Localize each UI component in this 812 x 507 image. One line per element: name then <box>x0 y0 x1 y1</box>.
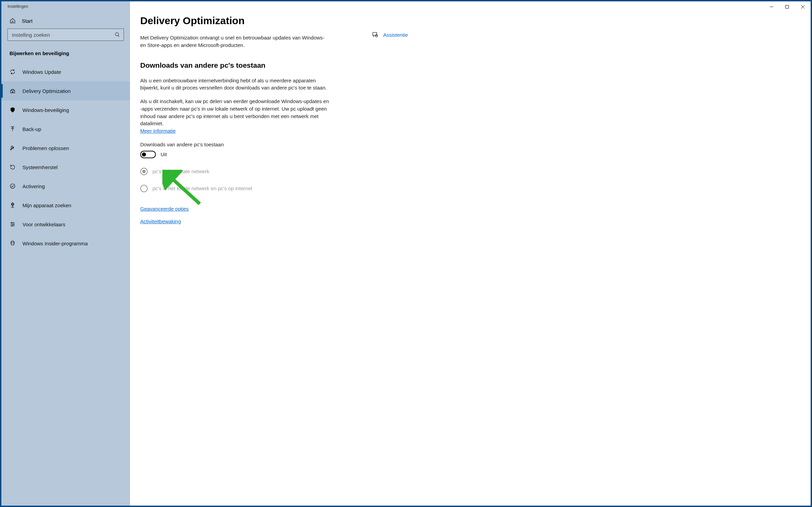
sidebar-item-find-my-device[interactable]: Mijn apparaat zoeken <box>1 196 130 215</box>
sidebar-item-label: Back-up <box>22 126 41 132</box>
help-label: Assistentie <box>383 32 408 38</box>
svg-point-17 <box>12 225 13 226</box>
sidebar-item-troubleshoot[interactable]: Problemen oplossen <box>1 138 130 158</box>
sidebar-item-label: Systeemherstel <box>22 164 58 170</box>
svg-point-11 <box>12 203 14 205</box>
radio-local-network[interactable]: pc's in het lokale netwerk <box>140 168 331 175</box>
backup-icon <box>10 126 16 132</box>
svg-point-16 <box>13 224 14 225</box>
help-icon: ? <box>372 31 378 38</box>
svg-point-19 <box>12 243 12 243</box>
sidebar-item-for-developers[interactable]: Voor ontwikkelaars <box>1 215 130 234</box>
wrench-icon <box>10 145 16 151</box>
radio-label: pc's in het lokale netwerk <box>152 168 209 174</box>
radio-label: pc's in het lokale netwerk en pc's op in… <box>152 185 252 191</box>
sidebar-item-windows-insider[interactable]: Windows Insider-programma <box>1 234 130 253</box>
main-panel: Delivery Optimization Met Delivery Optim… <box>130 1 811 506</box>
content-area: Start Bijwerken en beveiliging Windows U… <box>1 1 811 506</box>
sidebar: Start Bijwerken en beveiliging Windows U… <box>1 1 130 506</box>
app-title: Instellingen <box>7 4 28 9</box>
allow-downloads-toggle[interactable] <box>140 151 156 158</box>
check-circle-icon <box>10 183 16 189</box>
get-help-link[interactable]: ? Assistentie <box>372 31 408 38</box>
toggle-row: Uit <box>140 151 331 158</box>
svg-rect-1 <box>786 5 789 9</box>
sync-icon <box>10 69 16 75</box>
sidebar-item-label: Delivery Optimization <box>22 88 71 94</box>
sidebar-item-label: Windows Insider-programma <box>22 241 88 246</box>
svg-line-5 <box>118 35 119 36</box>
svg-point-10 <box>10 184 15 189</box>
category-heading: Bijwerken en beveiliging <box>1 47 130 62</box>
search-icon <box>115 32 120 37</box>
sidebar-item-activation[interactable]: Activering <box>1 177 130 196</box>
search-box[interactable] <box>7 29 124 41</box>
sidebar-item-delivery-optimization[interactable]: Delivery Optimization <box>1 81 130 100</box>
home-link[interactable]: Start <box>1 14 130 29</box>
more-info-link[interactable]: Meer informatie <box>140 128 176 134</box>
svg-point-18 <box>11 241 15 245</box>
sidebar-item-label: Problemen oplossen <box>22 145 69 151</box>
paragraph-1: Als u een onbetrouwbare internetverbindi… <box>140 77 331 92</box>
home-label: Start <box>22 18 33 24</box>
sidebar-item-label: Windows-beveiliging <box>22 107 69 113</box>
recovery-icon <box>10 164 16 170</box>
sidebar-item-windows-security[interactable]: Windows-beveiliging <box>1 100 130 119</box>
home-icon <box>10 18 16 24</box>
nav-list: Windows Update Delivery Optimization Win… <box>1 62 130 253</box>
activity-monitor-link[interactable]: Activiteitbewaking <box>140 218 331 224</box>
toggle-label: Downloads van andere pc's toestaan <box>140 142 331 147</box>
right-column: ? Assistentie <box>372 15 408 38</box>
svg-point-15 <box>11 222 12 223</box>
minimize-button[interactable] <box>764 1 779 12</box>
radio-icon <box>140 168 148 175</box>
sidebar-item-label: Voor ontwikkelaars <box>22 222 65 227</box>
svg-point-4 <box>115 33 118 36</box>
sidebar-item-recovery[interactable]: Systeemherstel <box>1 158 130 177</box>
intro-text: Met Delivery Optimization ontvangt u sne… <box>140 34 331 49</box>
sliders-icon <box>10 221 16 227</box>
sidebar-item-backup[interactable]: Back-up <box>1 119 130 138</box>
section-heading: Downloads van andere pc's toestaan <box>140 61 331 69</box>
svg-point-20 <box>13 243 14 243</box>
delivery-icon <box>10 88 16 94</box>
shield-icon <box>10 107 16 113</box>
paragraph-2: Als u dit inschakelt, kan uw pc delen va… <box>140 98 331 135</box>
sidebar-item-windows-update[interactable]: Windows Update <box>1 62 130 81</box>
sidebar-item-label: Mijn apparaat zoeken <box>22 202 71 208</box>
settings-window: Instellingen Start <box>1 1 811 506</box>
main-column: Delivery Optimization Met Delivery Optim… <box>140 15 331 224</box>
maximize-button[interactable] <box>779 1 795 12</box>
toggle-knob <box>142 152 146 157</box>
advanced-options-link[interactable]: Geavanceerde opties <box>140 206 331 212</box>
search-input[interactable] <box>8 32 124 38</box>
close-button[interactable] <box>795 1 811 12</box>
page-title: Delivery Optimization <box>140 15 331 27</box>
insider-icon <box>10 240 16 246</box>
sidebar-item-label: Activering <box>22 183 45 189</box>
location-icon <box>10 202 16 208</box>
svg-text:?: ? <box>376 35 377 37</box>
toggle-state-text: Uit <box>161 151 167 157</box>
search-container <box>1 29 130 47</box>
radio-icon <box>140 185 148 192</box>
sidebar-item-label: Windows Update <box>22 69 61 75</box>
radio-local-and-internet[interactable]: pc's in het lokale netwerk en pc's op in… <box>140 185 331 192</box>
titlebar <box>764 1 811 12</box>
